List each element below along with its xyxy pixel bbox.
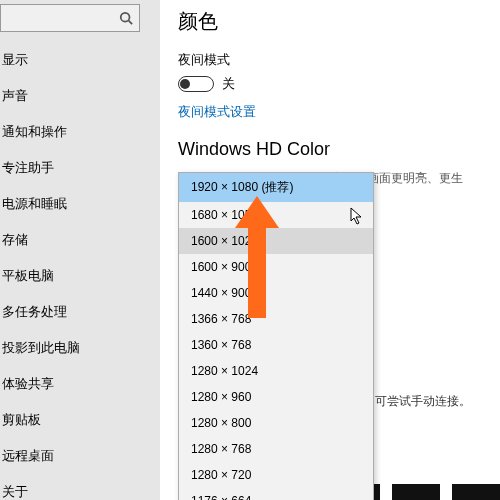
sidebar-item-4[interactable]: 电源和睡眠 xyxy=(0,186,160,222)
resolution-option[interactable]: 1360 × 768 xyxy=(179,332,373,358)
toggle-knob xyxy=(180,79,190,89)
sidebar-item-0[interactable]: 显示 xyxy=(0,42,160,78)
sidebar-item-8[interactable]: 投影到此电脑 xyxy=(0,330,160,366)
search-icon xyxy=(119,11,133,25)
resolution-option[interactable]: 1680 × 1050 xyxy=(179,202,373,228)
sidebar: 显示声音通知和操作专注助手电源和睡眠存储平板电脑多任务处理投影到此电脑体验共享剪… xyxy=(0,0,160,500)
resolution-option[interactable]: 1600 × 900 xyxy=(179,254,373,280)
sidebar-item-6[interactable]: 平板电脑 xyxy=(0,258,160,294)
resolution-option[interactable]: 1280 × 800 xyxy=(179,410,373,436)
cursor-icon xyxy=(350,207,364,225)
resolution-option[interactable]: 1440 × 900 xyxy=(179,280,373,306)
hd-color-heading: Windows HD Color xyxy=(178,139,482,160)
sidebar-item-11[interactable]: 远程桌面 xyxy=(0,438,160,474)
night-mode-settings-link[interactable]: 夜间模式设置 xyxy=(178,103,482,121)
resolution-option[interactable]: 1280 × 768 xyxy=(179,436,373,462)
color-heading: 颜色 xyxy=(178,8,482,35)
search-wrap xyxy=(0,0,160,42)
svg-point-0 xyxy=(121,13,130,22)
sidebar-item-7[interactable]: 多任务处理 xyxy=(0,294,160,330)
sidebar-item-9[interactable]: 体验共享 xyxy=(0,366,160,402)
night-mode-toggle[interactable] xyxy=(178,76,214,92)
sidebar-item-12[interactable]: 关于 xyxy=(0,474,160,500)
toggle-state-text: 关 xyxy=(222,75,235,93)
svg-line-1 xyxy=(129,21,133,25)
resolution-option[interactable]: 1920 × 1080 (推荐) xyxy=(179,173,373,202)
resolution-option[interactable]: 1280 × 720 xyxy=(179,462,373,488)
resolution-option[interactable]: 1280 × 960 xyxy=(179,384,373,410)
sidebar-item-5[interactable]: 存储 xyxy=(0,222,160,258)
resolution-option[interactable]: 1280 × 1024 xyxy=(179,358,373,384)
sidebar-item-2[interactable]: 通知和操作 xyxy=(0,114,160,150)
night-mode-label: 夜间模式 xyxy=(178,51,482,69)
nav-list: 显示声音通知和操作专注助手电源和睡眠存储平板电脑多任务处理投影到此电脑体验共享剪… xyxy=(0,42,160,500)
sidebar-item-3[interactable]: 专注助手 xyxy=(0,150,160,186)
resolution-dropdown[interactable]: 1920 × 1080 (推荐)1680 × 10501600 × 102416… xyxy=(178,172,374,500)
resolution-option[interactable]: 1600 × 1024 xyxy=(179,228,373,254)
search-input[interactable] xyxy=(0,4,140,32)
sidebar-item-10[interactable]: 剪贴板 xyxy=(0,402,160,438)
sidebar-item-1[interactable]: 声音 xyxy=(0,78,160,114)
night-mode-toggle-row: 关 xyxy=(178,75,482,93)
resolution-option[interactable]: 1176 × 664 xyxy=(179,488,373,500)
resolution-option[interactable]: 1366 × 768 xyxy=(179,306,373,332)
